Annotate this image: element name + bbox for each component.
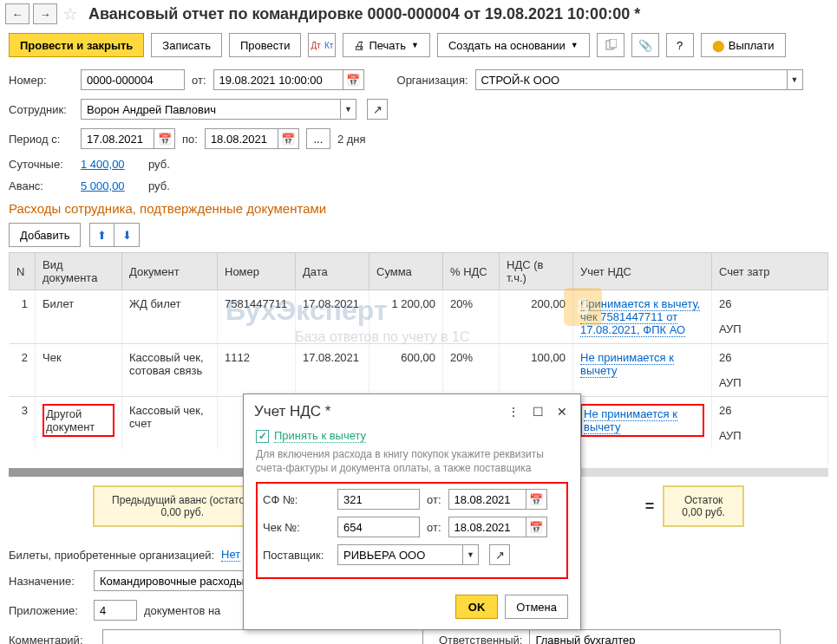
open-icon: ↗ (495, 549, 505, 562)
printer-icon: 🖨 (354, 39, 365, 52)
chk-date-input[interactable] (448, 517, 526, 537)
attach-count-input[interactable] (94, 600, 137, 621)
advance-link[interactable]: 5 000,00 (81, 179, 141, 192)
perdiem-label: Суточные: (9, 158, 74, 171)
page-title: Авансовый отчет по командировке 0000-000… (88, 5, 640, 23)
highlighted-cell: Другой документ (43, 404, 114, 437)
sf-number-input[interactable] (337, 489, 420, 510)
vat-popup: Учет НДС * ⋮ ☐ ✕ ✓ Принять к вычету Для … (243, 394, 581, 630)
nav-back-button[interactable]: ← (5, 3, 29, 24)
calendar-icon: 📅 (346, 74, 360, 87)
period-to-input[interactable] (205, 128, 278, 149)
popup-more-button[interactable]: ⋮ (506, 404, 521, 420)
employee-dropdown-button[interactable]: ▼ (341, 99, 356, 120)
chk-label: Чек №: (263, 521, 330, 534)
vat-acc-link[interactable]: Принимается к вычету, чек 7581447711 от … (580, 297, 700, 337)
cancel-button[interactable]: Отмена (505, 595, 568, 619)
employee-input[interactable] (81, 99, 341, 120)
post-and-close-button[interactable]: Провести и закрыть (9, 33, 144, 57)
period-select-button[interactable]: ... (306, 128, 330, 149)
calendar-button[interactable]: 📅 (526, 489, 547, 510)
tickets-label: Билеты, приобретенные организацией: (9, 549, 214, 562)
calendar-icon: 📅 (281, 133, 295, 146)
org-dropdown-button[interactable]: ▼ (788, 69, 803, 90)
col-vat-pct[interactable]: % НДС (443, 253, 500, 290)
favorite-star-icon[interactable]: ☆ (61, 4, 80, 23)
nav-forward-button[interactable]: → (33, 3, 57, 24)
coin-icon: ⬤ (712, 39, 725, 52)
attachment-button[interactable]: 📎 (631, 33, 659, 57)
col-sum[interactable]: Сумма (369, 253, 443, 290)
from-label: от: (192, 74, 206, 87)
calendar-button[interactable]: 📅 (343, 69, 364, 90)
help-button[interactable]: ? (666, 33, 694, 57)
col-date[interactable]: Дата (296, 253, 369, 290)
chk-number-input[interactable] (337, 517, 420, 537)
number-label: Номер: (9, 74, 74, 87)
col-exp-acc[interactable]: Счет затр (712, 253, 828, 290)
employee-open-button[interactable]: ↗ (367, 99, 388, 120)
svg-rect-1 (610, 39, 617, 48)
accept-vat-label[interactable]: Принять к вычету (274, 429, 366, 443)
popup-hint: Для включения расхода в книгу покупок ук… (256, 448, 568, 475)
sf-date-label: от: (427, 493, 441, 506)
days-text: 2 дня (337, 133, 366, 146)
calendar-button[interactable]: 📅 (526, 517, 547, 537)
popup-title: Учет НДС * (254, 403, 506, 420)
chevron-down-icon: ▼ (411, 41, 419, 49)
open-icon: ↗ (373, 103, 383, 116)
move-down-button[interactable]: ⬇ (114, 224, 139, 246)
date-input[interactable] (213, 69, 343, 90)
supplier-input[interactable] (337, 544, 463, 565)
period-to-label: по: (182, 133, 198, 146)
add-row-button[interactable]: Добавить (9, 223, 81, 247)
vat-acc-link[interactable]: Не принимается к вычету (584, 407, 677, 434)
dtkt-button[interactable]: ДтКт (308, 33, 336, 57)
period-from-input[interactable] (81, 128, 154, 149)
comment-input[interactable] (102, 629, 423, 644)
sf-date-input[interactable] (448, 489, 526, 510)
advance-label: Аванс: (9, 179, 74, 192)
paperclip-icon: 📎 (638, 39, 652, 52)
table-row[interactable]: 2 Чек Кассовый чек, сотовая связь 1112 1… (10, 344, 828, 397)
print-button[interactable]: 🖨 Печать ▼ (343, 33, 430, 57)
calendar-button[interactable]: 📅 (278, 128, 299, 149)
rub-label: руб. (148, 158, 170, 171)
pay-button[interactable]: ⬤ Выплати (701, 33, 786, 57)
chk-date-label: от: (427, 521, 441, 534)
equals-op: = (645, 498, 655, 516)
employee-label: Сотрудник: (9, 103, 74, 116)
ok-button[interactable]: OK (455, 595, 499, 619)
tickets-link[interactable]: Нет (221, 548, 240, 562)
post-button[interactable]: Провести (229, 33, 302, 57)
col-n[interactable]: N (10, 253, 36, 290)
calendar-button[interactable]: 📅 (154, 128, 175, 149)
popup-close-button[interactable]: ✕ (554, 404, 570, 420)
col-vat-acc[interactable]: Учет НДС (573, 253, 712, 290)
highlighted-cell: Не принимается к вычету (580, 404, 704, 437)
responsible-input[interactable] (529, 629, 781, 644)
accept-vat-checkbox[interactable]: ✓ (256, 430, 269, 443)
table-row[interactable]: 1 Билет ЖД билет 7581447711 17.08.2021 1… (10, 290, 828, 344)
org-input[interactable] (475, 69, 788, 90)
write-button[interactable]: Записать (151, 33, 222, 57)
popup-maximize-button[interactable]: ☐ (530, 404, 546, 420)
related-docs-button[interactable] (597, 33, 624, 57)
scroll-thumb[interactable] (9, 468, 252, 477)
move-up-button[interactable]: ⬆ (90, 224, 114, 246)
calendar-icon: 📅 (529, 521, 543, 534)
perdiem-link[interactable]: 1 400,00 (81, 158, 141, 171)
vat-acc-link[interactable]: Не принимается к вычету (580, 351, 674, 378)
col-num[interactable]: Номер (218, 253, 296, 290)
create-based-on-button[interactable]: Создать на основании ▼ (437, 33, 590, 57)
rest-box: Остаток 0,00 руб. (663, 485, 744, 527)
number-input[interactable] (81, 69, 185, 90)
calendar-icon: 📅 (529, 493, 543, 506)
col-doc-type[interactable]: Вид документа (36, 253, 122, 290)
supplier-open-button[interactable]: ↗ (489, 544, 510, 565)
supplier-dropdown-button[interactable]: ▼ (463, 544, 479, 565)
docs-icon (605, 39, 617, 51)
purpose-label: Назначение: (9, 575, 87, 588)
col-vat-incl[interactable]: НДС (в т.ч.) (500, 253, 573, 290)
col-doc[interactable]: Документ (122, 253, 218, 290)
